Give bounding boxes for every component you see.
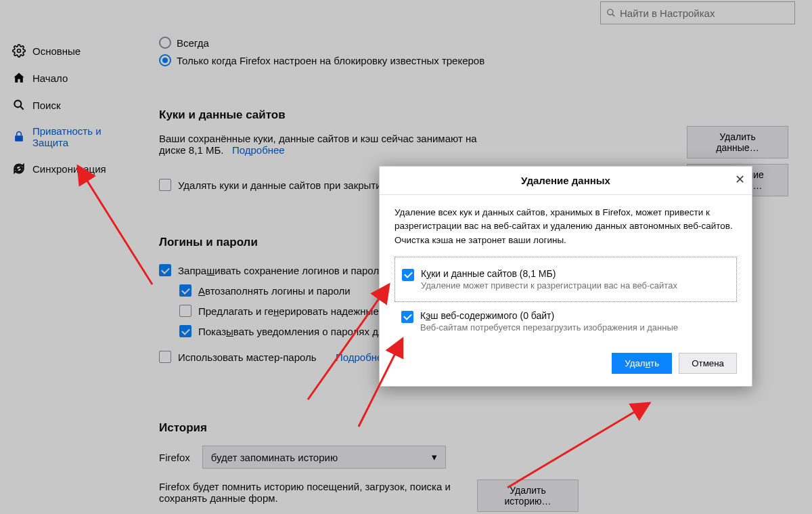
clear-data-modal: Удаление данных ✕ Удаление всех кук и да… [379,166,752,387]
checkbox-label: Показывать уведомления о паролях для [198,326,390,337]
svg-rect-3 [15,135,23,141]
option-label: Куки и данные сайтов (8,1 МБ) [421,268,677,279]
radio-label: Всегда [177,37,209,49]
checkbox-label: Использовать мастер-пароль [178,351,317,363]
svg-point-0 [18,49,21,53]
svg-point-1 [14,100,21,107]
sidebar: Основные Начало Поиск Приватность и Защи… [0,0,139,514]
sidebar-item-sync[interactable]: Синхронизация [8,155,139,182]
lock-icon [12,130,26,144]
cookies-title: Куки и данные сайтов [159,108,785,122]
search-icon [12,98,26,112]
modal-title: Удаление данных [521,175,610,186]
cookies-option[interactable]: Куки и данные сайтов (8,1 МБ) Удаление м… [402,264,729,295]
checkbox-icon [401,311,413,323]
modal-description: Удаление всех кук и данных сайтов, храни… [394,206,737,247]
checkbox-icon [159,351,171,363]
modal-delete-button[interactable]: Удалить [612,353,672,374]
sidebar-item-general[interactable]: Основные [8,37,139,64]
sync-icon [12,162,26,175]
modal-close-button[interactable]: ✕ [735,172,745,187]
sidebar-item-search[interactable]: Поиск [8,91,139,119]
option-label: Кэш веб-содержимого (0 байт) [420,310,678,321]
checkbox-icon [159,179,171,191]
select-value: будет запоминать историю [211,452,338,463]
radio-only-known[interactable]: Только когда Firefox настроен на блокиро… [159,51,785,69]
svg-line-2 [20,106,24,110]
checkbox-icon [159,264,171,276]
delete-data-button[interactable]: Удалить данные… [687,126,788,158]
search-icon [606,8,616,18]
option-description: Веб-сайтам потребуется перезагрузить изо… [420,322,678,333]
sidebar-item-privacy[interactable]: Приватность и Защита [8,119,139,155]
clear-history-button[interactable]: Удалить историю… [477,479,579,512]
sidebar-item-label: Основные [32,45,81,57]
checkbox-icon [402,269,414,281]
checkbox-label: Запрашивать сохранение логинов и паролей [178,265,390,276]
radio-icon [159,54,171,66]
radio-always[interactable]: Всегда [159,34,785,51]
checkbox-icon [179,284,191,297]
history-desc: Firefox будет помнить историю посещений,… [159,481,451,504]
home-icon [12,71,26,85]
checkbox-label: Предлагать и генерировать надежные [198,305,379,317]
cookies-more-link[interactable]: Подробнее [232,144,285,156]
checkbox-label: Удалять куки и данные сайтов при закрыти… [178,179,387,191]
svg-point-4 [608,9,613,15]
checkbox-label: Автозаполнять логины и пароли [198,285,351,297]
option-description: Удаление может привести к разрегистрации… [421,280,677,291]
cache-option[interactable]: Кэш веб-содержимого (0 байт) Веб-сайтам … [394,305,737,338]
history-title: История [159,421,785,435]
sidebar-item-label: Приватность и Защита [32,125,135,148]
search-placeholder: Найти в Настройках [620,7,715,19]
sidebar-item-home[interactable]: Начало [8,64,139,91]
checkbox-icon [179,325,191,337]
sidebar-item-label: Начало [32,72,68,84]
search-input[interactable]: Найти в Настройках [600,1,795,24]
modal-cancel-button[interactable]: Отмена [679,353,737,374]
sidebar-item-label: Синхронизация [32,163,106,175]
gear-icon [12,44,26,58]
sidebar-item-label: Поиск [32,100,61,111]
radio-label: Только когда Firefox настроен на блокиро… [177,55,484,66]
history-mode-select[interactable]: будет запоминать историю ▾ [202,446,446,469]
chevron-down-icon: ▾ [432,451,437,463]
cookies-desc: Ваши сохранённые куки, данные сайтов и к… [159,133,477,156]
svg-line-5 [612,14,615,17]
checkbox-icon [179,305,191,317]
radio-icon [159,37,171,49]
history-firefox-label: Firefox [159,452,190,463]
